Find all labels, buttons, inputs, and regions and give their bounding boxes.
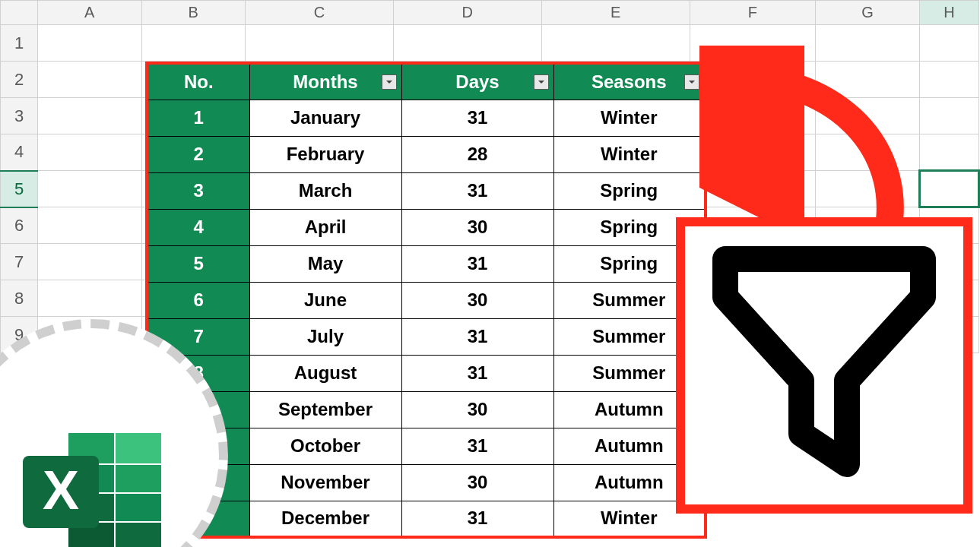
cell-season[interactable]: Winter <box>553 136 706 172</box>
cell[interactable] <box>541 25 690 62</box>
cell-no[interactable]: 6 <box>147 282 249 318</box>
cell[interactable] <box>38 280 142 317</box>
chevron-down-icon <box>385 77 394 87</box>
cell[interactable] <box>919 62 978 98</box>
cell[interactable] <box>919 98 978 134</box>
table-header-days: Days <box>401 63 553 100</box>
cell[interactable] <box>38 25 142 62</box>
table-header-no: No. <box>147 63 249 100</box>
cell-month[interactable]: February <box>249 136 401 172</box>
cell-month[interactable]: May <box>249 245 401 282</box>
cell-no[interactable]: 3 <box>147 172 249 209</box>
table-row: 3March31Spring <box>147 172 706 209</box>
excel-badge: X <box>0 319 228 547</box>
row-header[interactable]: 1 <box>1 25 38 62</box>
row-header[interactable]: 8 <box>1 280 38 317</box>
cell-month[interactable]: July <box>249 318 401 355</box>
cell-days[interactable]: 31 <box>401 245 553 282</box>
cell-month[interactable]: April <box>249 209 401 245</box>
cell-days[interactable]: 31 <box>401 172 553 209</box>
select-all-corner[interactable] <box>1 1 38 25</box>
col-header-c[interactable]: C <box>246 1 394 25</box>
cell-days[interactable]: 30 <box>401 464 553 501</box>
svg-rect-5 <box>116 494 161 521</box>
cell-month[interactable]: January <box>249 100 401 136</box>
cell[interactable] <box>38 171 142 207</box>
cell-season[interactable]: Spring <box>553 172 706 209</box>
row-header[interactable]: 6 <box>1 207 38 244</box>
cell[interactable] <box>816 25 920 62</box>
row-header[interactable]: 2 <box>1 62 38 98</box>
col-header-a[interactable]: A <box>38 1 142 25</box>
cell[interactable] <box>141 25 246 62</box>
table-row: 12December31Winter <box>147 501 706 537</box>
cell-no[interactable]: 4 <box>147 209 249 245</box>
cell-month[interactable]: December <box>249 501 401 537</box>
cell[interactable] <box>38 98 142 134</box>
cell-days[interactable]: 31 <box>401 318 553 355</box>
cell-days[interactable]: 30 <box>401 209 553 245</box>
col-header-g[interactable]: G <box>816 1 920 25</box>
cell[interactable] <box>38 207 142 244</box>
cell[interactable] <box>246 25 394 62</box>
table-row: 5May31Spring <box>147 245 706 282</box>
col-header-f[interactable]: F <box>690 1 816 25</box>
row-header[interactable]: 3 <box>1 98 38 134</box>
cell-season[interactable]: Winter <box>553 100 706 136</box>
table-row: 1January31Winter <box>147 100 706 136</box>
cell-no[interactable]: 5 <box>147 245 249 282</box>
svg-rect-7 <box>116 523 161 547</box>
cell[interactable] <box>38 134 142 171</box>
table-header-label: Seasons <box>591 71 667 92</box>
cell-month[interactable]: March <box>249 172 401 209</box>
cell[interactable] <box>816 134 920 171</box>
chevron-down-icon <box>537 77 546 87</box>
cell[interactable] <box>690 134 816 171</box>
col-header-h[interactable]: H <box>919 1 978 25</box>
col-header-d[interactable]: D <box>393 1 541 25</box>
row-header[interactable]: 7 <box>1 244 38 280</box>
cell-month[interactable]: October <box>249 428 401 464</box>
cell[interactable] <box>816 62 920 98</box>
cell-no[interactable]: 2 <box>147 136 249 172</box>
cell-days[interactable]: 28 <box>401 136 553 172</box>
cell[interactable] <box>919 25 978 62</box>
col-header-e[interactable]: E <box>541 1 690 25</box>
cell-month[interactable]: August <box>249 355 401 391</box>
cell[interactable] <box>38 62 142 98</box>
filter-button-months[interactable] <box>382 74 397 90</box>
svg-rect-3 <box>116 465 161 492</box>
cell[interactable] <box>690 98 816 134</box>
cell-days[interactable]: 31 <box>401 100 553 136</box>
active-cell[interactable] <box>919 171 978 207</box>
filter-button-days[interactable] <box>534 74 549 90</box>
cell[interactable] <box>38 244 142 280</box>
cell[interactable] <box>816 171 920 207</box>
cell-no[interactable]: 1 <box>147 100 249 136</box>
cell[interactable] <box>690 171 816 207</box>
table-row: 7July31Summer <box>147 318 706 355</box>
cell-month[interactable]: June <box>249 282 401 318</box>
cell-month[interactable]: September <box>249 391 401 428</box>
cell[interactable] <box>919 134 978 171</box>
cell-days[interactable]: 31 <box>401 355 553 391</box>
cell-days[interactable]: 31 <box>401 501 553 537</box>
row-header[interactable]: 4 <box>1 134 38 171</box>
table-row: 11November30Autumn <box>147 464 706 501</box>
cell-days[interactable]: 30 <box>401 282 553 318</box>
cell[interactable] <box>690 62 816 98</box>
filter-button-seasons[interactable] <box>684 74 699 90</box>
svg-rect-1 <box>116 433 161 463</box>
col-header-b[interactable]: B <box>141 1 246 25</box>
table-header-months: Months <box>249 63 401 100</box>
table-header-label: No. <box>184 71 214 92</box>
cell-days[interactable]: 31 <box>401 428 553 464</box>
row-header[interactable]: 5 <box>1 171 38 207</box>
cell-month[interactable]: November <box>249 464 401 501</box>
cell[interactable] <box>690 25 816 62</box>
table-header-label: Days <box>455 71 499 92</box>
cell[interactable] <box>816 98 920 134</box>
cell[interactable] <box>393 25 541 62</box>
table-row: 9September30Autumn <box>147 391 706 428</box>
cell-days[interactable]: 30 <box>401 391 553 428</box>
